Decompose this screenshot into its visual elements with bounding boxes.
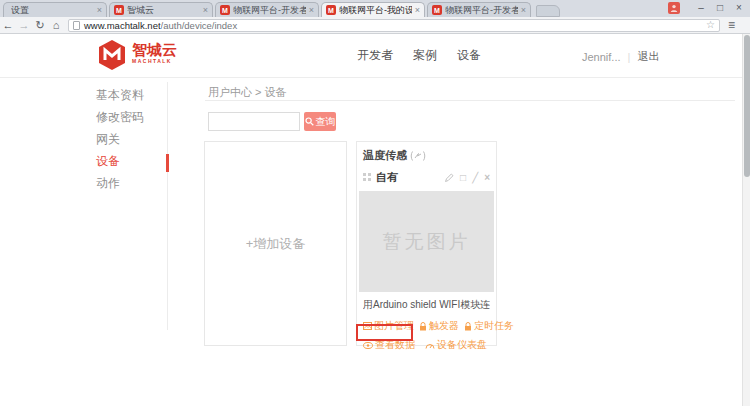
forward-button[interactable]: → xyxy=(16,18,32,32)
device-title-row: 温度传感 xyxy=(357,142,496,163)
close-window-button[interactable]: × xyxy=(732,2,746,14)
tab-title: 物联网平台-开发者-注册 xyxy=(445,4,518,17)
timer-lock-icon xyxy=(464,322,472,331)
site-nav: 开发者 案例 设备 xyxy=(357,47,481,64)
device-ownership-row: 自有 □ ╱ × xyxy=(357,163,496,185)
page-scrollbar[interactable] xyxy=(742,34,750,406)
sidebar-active-indicator xyxy=(166,154,169,172)
trigger-lock-icon xyxy=(419,322,427,331)
add-device-card[interactable]: +增加设备 xyxy=(204,141,347,346)
new-tab-button[interactable] xyxy=(536,5,560,17)
logo-text-block: 智城云 MACHTALK xyxy=(132,42,177,64)
tab-close-icon[interactable]: × xyxy=(203,6,208,15)
browser-menu-icon[interactable]: ≡ xyxy=(728,19,735,31)
breadcrumb: 用户中心 > 设备 xyxy=(208,85,287,100)
sidebar: 基本资料 修改密码 网关 设备 动作 xyxy=(96,84,162,194)
link-label: 触发器 xyxy=(429,319,459,333)
device-dashboard-link[interactable]: 设备仪表盘 xyxy=(425,338,487,352)
machtalk-favicon-icon: M xyxy=(114,5,124,15)
trigger-link[interactable]: 触发器 xyxy=(419,319,459,333)
logo-subtext: MACHTALK xyxy=(132,58,177,64)
nav-developer[interactable]: 开发者 xyxy=(357,47,393,64)
window-controls: – □ × xyxy=(668,2,746,14)
sidebar-item-device[interactable]: 设备 xyxy=(96,150,162,172)
eye-icon xyxy=(363,342,373,349)
tab-title: 物联网平台-开发者-注册 xyxy=(233,4,306,17)
tab-title: 智城云 xyxy=(127,4,200,17)
browser-toolbar: ← → ↻ ⌂ www.machtalk.net /auth/device/in… xyxy=(0,17,750,34)
sidebar-item-password[interactable]: 修改密码 xyxy=(96,106,162,128)
tab-close-icon[interactable]: × xyxy=(97,6,102,15)
machtalk-favicon-icon: M xyxy=(220,5,230,15)
browser-titlebar: 设置 × M 智城云 × M 物联网平台-开发者-注册 × M 物联网平台-我的… xyxy=(0,0,750,17)
tab-developer-register-2[interactable]: M 物联网平台-开发者-注册 × xyxy=(427,2,531,17)
home-button[interactable]: ⌂ xyxy=(48,18,64,32)
search-button[interactable]: 查询 xyxy=(304,112,336,131)
device-card: 温度传感 自有 □ ╱ × 暂无图片 用Arduino shi xyxy=(356,141,497,346)
bookmark-star-icon[interactable]: ☆ xyxy=(706,20,715,30)
tab-strip: 设置 × M 智城云 × M 物联网平台-开发者-注册 × M 物联网平台-我的… xyxy=(3,2,560,17)
sidebar-item-profile[interactable]: 基本资料 xyxy=(96,84,162,106)
tab-my-devices-active[interactable]: M 物联网平台-我的设备 × xyxy=(321,2,425,17)
minimize-button[interactable]: – xyxy=(694,2,708,14)
page-content: 智城云 MACHTALK 开发者 案例 设备 Jennif... | 退出 基本… xyxy=(0,34,742,406)
tab-settings[interactable]: 设置 × xyxy=(3,2,107,17)
machtalk-favicon-icon: M xyxy=(432,5,442,15)
search-button-label: 查询 xyxy=(316,115,336,129)
url-path: /auth/device/index xyxy=(161,20,706,31)
delete-icon[interactable]: × xyxy=(484,173,490,183)
device-description: 用Arduino shield WIFI模块连接物... xyxy=(363,298,490,312)
device-search-input[interactable] xyxy=(208,112,300,131)
timer-task-link[interactable]: 定时任务 xyxy=(464,319,514,333)
url-domain: www.machtalk.net xyxy=(84,20,161,31)
sidebar-item-action[interactable]: 动作 xyxy=(96,172,162,194)
tab-close-icon[interactable]: × xyxy=(415,6,420,15)
logo-name: 智城云 xyxy=(132,42,177,58)
tab-title: 设置 xyxy=(11,4,94,17)
ownership-label: 自有 xyxy=(376,170,398,185)
link-label: 定时任务 xyxy=(474,319,514,333)
maximize-button[interactable]: □ xyxy=(713,2,727,14)
link-label: 设备仪表盘 xyxy=(437,338,487,352)
no-image-placeholder: 暂无图片 xyxy=(359,191,494,292)
machtalk-favicon-icon: M xyxy=(326,5,336,15)
add-device-label: +增加设备 xyxy=(246,235,306,253)
back-button[interactable]: ← xyxy=(0,18,16,32)
user-area: Jennif... | 退出 xyxy=(582,49,659,64)
reload-button[interactable]: ↻ xyxy=(32,18,48,32)
tab-title: 物联网平台-我的设备 xyxy=(339,4,412,17)
device-title: 温度传感 xyxy=(363,148,407,163)
tab-close-icon[interactable]: × xyxy=(521,6,526,15)
scrollbar-thumb[interactable] xyxy=(744,35,750,177)
connectivity-status-icon xyxy=(410,151,426,161)
qr-code-icon[interactable]: □ xyxy=(460,173,466,183)
sidebar-item-gateway[interactable]: 网关 xyxy=(96,128,162,150)
nav-cases[interactable]: 案例 xyxy=(413,47,437,64)
edit-pencil-icon[interactable] xyxy=(445,173,454,182)
site-header: 智城云 MACHTALK 开发者 案例 设备 Jennif... | 退出 xyxy=(0,34,742,78)
username-link[interactable]: Jennif... xyxy=(582,51,621,63)
person-icon xyxy=(670,4,678,12)
grid-handle-icon xyxy=(363,173,372,182)
search-icon xyxy=(305,117,314,126)
tab-close-icon[interactable]: × xyxy=(309,6,314,15)
machtalk-logo[interactable] xyxy=(97,40,127,70)
nav-devices[interactable]: 设备 xyxy=(457,47,481,64)
tab-developer-register[interactable]: M 物联网平台-开发者-注册 × xyxy=(215,2,319,17)
annotation-highlight-box xyxy=(356,324,413,341)
page-icon xyxy=(73,21,80,30)
logout-link[interactable]: 退出 xyxy=(637,49,659,64)
device-actions: □ ╱ × xyxy=(445,173,490,183)
tab-machtalk-home[interactable]: M 智城云 × xyxy=(109,2,213,17)
dashboard-gauge-icon xyxy=(425,342,435,349)
profile-avatar-button[interactable] xyxy=(668,2,680,14)
divider: | xyxy=(628,51,631,63)
sidebar-divider xyxy=(167,82,168,330)
edit-line-icon[interactable]: ╱ xyxy=(472,173,478,183)
address-bar[interactable]: www.machtalk.net /auth/device/index ☆ xyxy=(68,19,720,32)
breadcrumb-divider xyxy=(205,100,735,101)
